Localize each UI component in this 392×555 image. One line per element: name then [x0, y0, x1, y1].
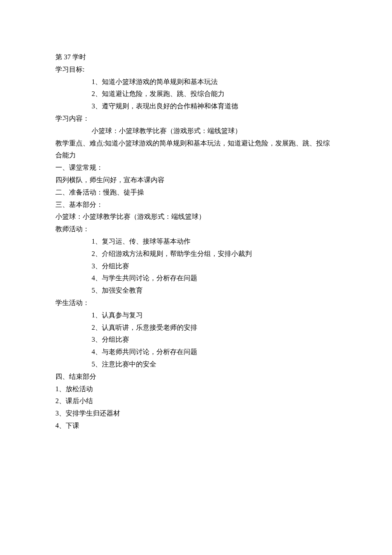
section-4-item: 1、放松活动 — [55, 383, 337, 395]
objective-item: 3、遵守规则，表现出良好的合作精神和体育道德 — [55, 100, 337, 113]
section-1-title: 一、课堂常规： — [55, 162, 337, 174]
student-item: 4、与老师共同讨论，分析存在问题 — [55, 346, 337, 358]
section-4-title: 四、结束部分 — [55, 371, 337, 383]
student-item: 3、分组比赛 — [55, 334, 337, 346]
section-2-title: 二、准备活动：慢跑、徒手操 — [55, 186, 337, 199]
keypoints-line: 教学重点、难点:知道小篮球游戏的简单规则和基本玩法，知道避让危险，发展跑、跳、投… — [55, 137, 337, 150]
section-4-item: 2、课后小结 — [55, 395, 337, 407]
student-item: 5、注意比赛中的安全 — [55, 358, 337, 371]
objective-item: 1、知道小篮球游戏的简单规则和基本玩法 — [55, 76, 337, 88]
teacher-item: 2、介绍游戏方法和规则，帮助学生分组，安排小裁判 — [55, 248, 337, 260]
content-label: 学习内容： — [55, 113, 337, 125]
objective-item: 2、知道避让危险，发展跑、跳、投综合能力 — [55, 88, 337, 100]
teacher-item: 4、与学生共同讨论，分析存在问题 — [55, 272, 337, 285]
content-text: 小篮球：小篮球教学比赛（游戏形式：端线篮球） — [55, 125, 337, 137]
student-item: 1、认真参与复习 — [55, 309, 337, 322]
student-activities-label: 学生活动： — [55, 297, 337, 309]
student-item: 2、认真听讲，乐意接受老师的安排 — [55, 322, 337, 334]
section-4-item: 4、下课 — [55, 420, 337, 432]
teacher-item: 3、分组比赛 — [55, 260, 337, 273]
lesson-number: 第 37 学时 — [55, 51, 337, 64]
section-3-body: 小篮球：小篮球教学比赛（游戏形式：端线篮球） — [55, 211, 337, 223]
objectives-label: 学习目标: — [55, 64, 337, 76]
section-4-item: 3、安排学生归还器材 — [55, 407, 337, 420]
teacher-item: 5、加强安全教育 — [55, 285, 337, 297]
section-1-body: 四列横队，师生问好，宣布本课内容 — [55, 174, 337, 186]
section-3-title: 三、基本部分： — [55, 199, 337, 211]
teacher-item: 1、复习运、传、接球等基本动作 — [55, 235, 337, 248]
keypoints-line: 合能力 — [55, 149, 337, 162]
teacher-activities-label: 教师活动： — [55, 223, 337, 235]
